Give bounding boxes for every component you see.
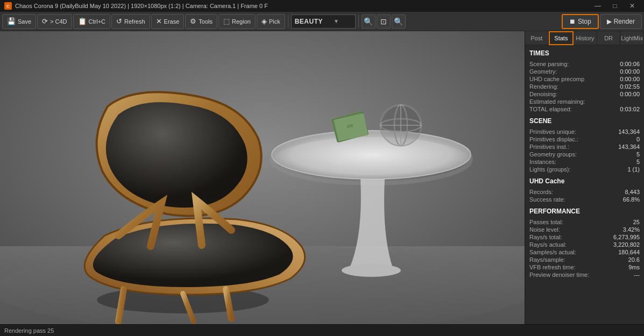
stats-label: Rays/sample: <box>529 256 565 263</box>
zoom-out-icon: 🔍 <box>364 17 373 26</box>
stats-label: Instances: <box>529 159 556 165</box>
stats-row: Lights (groups):1 (1) <box>529 166 640 173</box>
stats-value: 143,364 <box>618 144 640 150</box>
save-button[interactable]: 💾 Save <box>2 14 36 29</box>
stats-label: Records: <box>529 189 553 195</box>
stats-value: 0:03:02 <box>620 106 640 112</box>
stats-row: VFB refresh time:9ms <box>529 263 640 271</box>
zoom-out-button[interactable]: 🔍 <box>362 15 376 28</box>
stats-label: Samples/s actual: <box>529 249 576 255</box>
stop-button[interactable]: ⏹ Stop <box>562 14 599 29</box>
stats-label: Rays/s total: <box>529 234 562 240</box>
c4d-icon: ⟳ <box>42 17 48 25</box>
stats-label: Rendering: <box>529 83 558 90</box>
dropdown-arrow-icon: ▼ <box>334 18 339 24</box>
stats-value: 0 <box>636 136 640 142</box>
stats-row: Instances:5 <box>529 158 640 166</box>
refresh-icon: ↺ <box>116 17 122 25</box>
maximize-button[interactable]: □ <box>607 1 622 11</box>
right-panel: Post Stats History DR LightMix TIMESScen… <box>525 31 644 324</box>
render-button[interactable]: ▶ Render <box>600 14 642 29</box>
stats-label: Primitives displac.: <box>529 136 578 142</box>
pick-label: Pick <box>269 18 280 25</box>
tools-label: Tools <box>199 18 213 25</box>
stats-row: UHD cache precomp0:00:00 <box>529 75 640 83</box>
refresh-label: Refresh <box>124 18 145 25</box>
stats-row: Rendering:0:02:55 <box>529 83 640 90</box>
stats-value: 0:00:06 <box>620 61 640 67</box>
tab-dr[interactable]: DR <box>597 31 621 45</box>
stats-label: UHD cache precomp <box>529 76 584 82</box>
window-title: Chaos Corona 9 (DailyBuild May 10 2022) … <box>15 3 268 9</box>
stats-value: 0:00:00 <box>620 68 640 75</box>
stats-value: 0:02:55 <box>620 83 640 90</box>
render-viewport[interactable]: 100 <box>0 31 525 324</box>
tab-post[interactable]: Post <box>525 31 549 45</box>
erase-icon: ✕ <box>156 17 162 25</box>
close-button[interactable]: ✕ <box>625 1 640 11</box>
stats-row: Success rate:66.8% <box>529 196 640 203</box>
stats-row: TOTAL elapsed:0:03:02 <box>529 105 640 113</box>
status-text: Rendering pass 25 <box>4 327 54 334</box>
svg-point-9 <box>342 264 401 277</box>
stats-value: 66.8% <box>623 196 640 203</box>
scene-image: 100 <box>0 31 525 324</box>
stats-value: 6,273,995 <box>613 234 640 240</box>
tab-post-label: Post <box>530 35 542 41</box>
ctrlc-label: Ctrl+C <box>89 18 105 25</box>
svg-point-7 <box>272 131 471 179</box>
region-button[interactable]: ⬚ Region <box>218 14 256 29</box>
stats-label: Denoising: <box>529 91 557 97</box>
stats-label: Estimated remaining: <box>529 98 585 105</box>
save-label: Save <box>18 18 31 25</box>
separator-2 <box>358 15 359 28</box>
zoom-fit-button[interactable]: ⊡ <box>377 15 391 28</box>
refresh-button[interactable]: ↺ Refresh <box>111 14 150 29</box>
title-bar: C Chaos Corona 9 (DailyBuild May 10 2022… <box>0 0 644 12</box>
app-logo: C <box>4 2 12 10</box>
stats-label: Preview denoiser time: <box>529 271 589 278</box>
zoom-in-icon: 🔍 <box>394 17 403 26</box>
tab-stats[interactable]: Stats <box>549 31 574 45</box>
stats-value: 3,220,802 <box>613 241 640 248</box>
render-label: Render <box>614 18 635 25</box>
stats-row: Geometry groups:5 <box>529 151 640 158</box>
stats-row: Samples/s actual:180,644 <box>529 248 640 256</box>
stop-label: Stop <box>578 18 591 25</box>
main-area: 100 Post Stats History DR <box>0 31 644 324</box>
stats-row: Rays/sample:20.6 <box>529 256 640 263</box>
stats-label: Success rate: <box>529 196 565 203</box>
tab-dr-label: DR <box>604 35 613 41</box>
c4d-button[interactable]: ⟳ > C4D <box>37 14 72 29</box>
stats-label: Geometry groups: <box>529 151 577 158</box>
stats-section-header: SCENE <box>529 117 640 126</box>
minimize-button[interactable]: — <box>590 1 605 11</box>
tab-history-label: History <box>576 35 594 41</box>
beauty-dropdown[interactable]: BEAUTY ▼ <box>291 15 356 28</box>
stats-value: 20.6 <box>628 256 640 263</box>
stats-row: Estimated remaining: <box>529 98 640 105</box>
erase-button[interactable]: ✕ Erase <box>151 14 185 29</box>
stats-row: Rays/s actual:3,220,802 <box>529 241 640 248</box>
window-controls[interactable]: — □ ✕ <box>590 1 640 11</box>
erase-label: Erase <box>164 18 180 25</box>
zoom-fit-icon: ⊡ <box>380 17 387 26</box>
stats-row: Records:8,443 <box>529 188 640 196</box>
region-label: Region <box>232 18 251 25</box>
tab-lightmix[interactable]: LightMix <box>620 31 644 45</box>
stats-label: Geometry: <box>529 68 557 75</box>
stats-label: Primitives inst.: <box>529 144 569 150</box>
render-icon: ▶ <box>607 18 612 25</box>
stats-value: 143,364 <box>618 128 640 135</box>
copy-icon: 📋 <box>78 17 87 25</box>
stats-value: 8,443 <box>625 189 640 195</box>
ctrlc-button[interactable]: 📋 Ctrl+C <box>73 14 110 29</box>
stats-value: 9ms <box>628 264 640 270</box>
region-icon: ⬚ <box>223 17 230 25</box>
pick-button[interactable]: ◈ Pick <box>257 14 285 29</box>
zoom-in-button[interactable]: 🔍 <box>392 15 406 28</box>
tab-lightmix-label: LightMix <box>621 35 643 41</box>
stats-label: Rays/s actual: <box>529 241 567 248</box>
tab-history[interactable]: History <box>574 31 597 45</box>
tools-button[interactable]: ⚙ Tools <box>185 14 217 29</box>
